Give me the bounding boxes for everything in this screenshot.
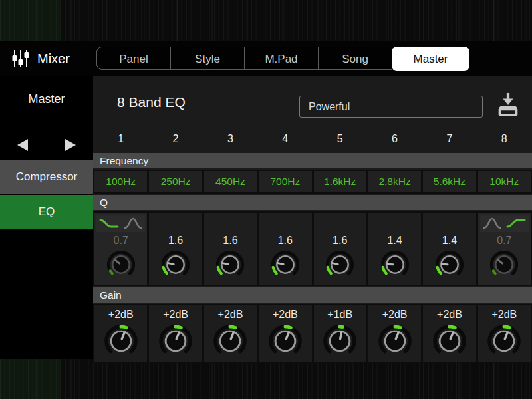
q-knob-band-5[interactable] — [325, 249, 355, 280]
frequency-value[interactable]: 250Hz — [149, 171, 201, 192]
filter-type-cell — [204, 215, 257, 232]
band-number: 7 — [423, 128, 475, 152]
gain-band-2: +2dB — [149, 305, 201, 362]
arrow-right-icon — [62, 137, 79, 153]
save-icon — [494, 90, 522, 121]
frequency-section-header: Frequency — [93, 153, 532, 168]
filter-type-cell — [368, 215, 421, 232]
tab-song[interactable]: Song — [318, 47, 392, 70]
knob-icon — [267, 323, 303, 359]
tab-style[interactable]: Style — [170, 47, 245, 70]
q-row: 0.71.61.61.61.61.41.40.7 — [93, 211, 532, 286]
q-value: 1.6 — [278, 232, 293, 249]
gain-band-4: +2dB — [259, 305, 311, 362]
q-knob-band-4[interactable] — [270, 249, 301, 280]
knob-icon — [158, 323, 194, 359]
q-band-2: 1.6 — [149, 213, 201, 285]
knob-icon — [380, 249, 410, 280]
knob-icon — [270, 249, 301, 280]
knob-icon — [103, 323, 139, 359]
q-band-6: 1.4 — [368, 213, 421, 285]
q-knob-band-8[interactable] — [489, 249, 519, 280]
q-value: 1.6 — [168, 232, 183, 249]
frequency-value[interactable]: 10kHz — [478, 171, 531, 192]
gain-value: +2dB — [218, 306, 243, 323]
q-value: 0.7 — [497, 232, 511, 249]
q-value: 1.6 — [332, 232, 347, 249]
band-number: 2 — [149, 128, 201, 152]
gain-value: +1dB — [327, 306, 352, 323]
q-knob-band-1[interactable] — [106, 249, 136, 280]
frequency-value[interactable]: 1.6kHz — [314, 171, 366, 192]
tab-mpad[interactable]: M.Pad — [244, 47, 319, 70]
sidebar-item-compressor[interactable]: Compressor — [0, 160, 93, 194]
gain-knob-band-7[interactable] — [432, 323, 467, 359]
tab-bar: PanelStyleM.PadSongMaster — [97, 47, 469, 71]
gain-value: +2dB — [382, 306, 408, 323]
save-button[interactable] — [493, 90, 523, 122]
sidebar-item-eq[interactable]: EQ — [0, 195, 93, 229]
knob-icon — [486, 323, 522, 359]
master-prev-button[interactable] — [8, 134, 37, 156]
gain-knob-band-3[interactable] — [212, 323, 248, 359]
sidebar: Master Compressor EQ — [0, 76, 93, 359]
filter-type-cell — [149, 215, 201, 232]
tab-master[interactable]: Master — [392, 47, 469, 71]
q-value: 1.4 — [387, 232, 402, 249]
target-selector — [0, 134, 93, 156]
eq-panel: 8 Band EQ Powerful 12345678 Frequency 10… — [93, 76, 532, 359]
page-title: Mixer — [37, 41, 70, 76]
band-number-row: 12345678 — [93, 128, 532, 152]
target-label: Master — [0, 92, 93, 106]
gain-knob-band-6[interactable] — [377, 323, 413, 359]
band-number: 1 — [94, 128, 147, 152]
master-next-button[interactable] — [56, 134, 85, 156]
frequency-value[interactable]: 450Hz — [204, 171, 257, 192]
q-band-4: 1.6 — [259, 213, 311, 285]
knob-icon — [432, 323, 467, 359]
frequency-value[interactable]: 5.6kHz — [423, 171, 475, 192]
low-shelf-icon[interactable] — [99, 217, 119, 230]
gain-value: +2dB — [108, 306, 134, 323]
frequency-value[interactable]: 2.8kHz — [368, 171, 421, 192]
peak-icon[interactable] — [123, 217, 143, 230]
q-knob-band-2[interactable] — [160, 249, 191, 280]
title-bar: Mixer PanelStyleM.PadSongMaster — [0, 41, 532, 76]
q-value: 0.7 — [114, 232, 128, 249]
frequency-value[interactable]: 100Hz — [94, 171, 147, 192]
q-knob-band-6[interactable] — [380, 249, 410, 280]
q-knob-band-3[interactable] — [215, 249, 245, 280]
high-shelf-icon[interactable] — [506, 217, 526, 230]
gain-knob-band-2[interactable] — [158, 323, 194, 359]
eq-title: 8 Band EQ — [117, 94, 186, 110]
knob-icon — [489, 249, 519, 280]
tab-panel[interactable]: Panel — [96, 47, 171, 70]
band-number: 3 — [204, 128, 257, 152]
knob-icon — [212, 323, 248, 359]
gain-knob-band-8[interactable] — [486, 323, 522, 359]
gain-band-6: +2dB — [368, 305, 421, 362]
q-band-8: 0.7 — [478, 213, 531, 285]
filter-type-cell — [259, 215, 311, 232]
q-value: 1.6 — [223, 232, 237, 249]
q-knob-band-7[interactable] — [434, 249, 465, 280]
band-number: 8 — [478, 128, 531, 152]
knob-icon — [434, 249, 465, 280]
peak-icon[interactable] — [482, 217, 502, 230]
knob-icon — [106, 249, 136, 280]
gain-value: +2dB — [273, 306, 298, 323]
q-band-7: 1.4 — [423, 213, 475, 285]
preset-selector[interactable]: Powerful — [299, 96, 483, 118]
gain-section-header: Gain — [93, 287, 532, 303]
gain-knob-band-1[interactable] — [103, 323, 139, 359]
filter-type-cell — [480, 215, 529, 232]
q-band-1: 0.7 — [94, 213, 147, 285]
gain-knob-band-4[interactable] — [267, 323, 303, 359]
gain-value: +2dB — [163, 306, 188, 323]
band-number: 4 — [259, 128, 311, 152]
mixer-screen: { "topbar": { "title": "Mixer", "tabs": … — [0, 0, 532, 399]
gain-knob-band-5[interactable] — [322, 323, 358, 359]
filter-type-cell — [314, 215, 366, 232]
frequency-value[interactable]: 700Hz — [259, 171, 311, 192]
gain-row: +2dB+2dB+2dB+2dB+1dB+2dB+2dB+2dB — [93, 304, 532, 363]
